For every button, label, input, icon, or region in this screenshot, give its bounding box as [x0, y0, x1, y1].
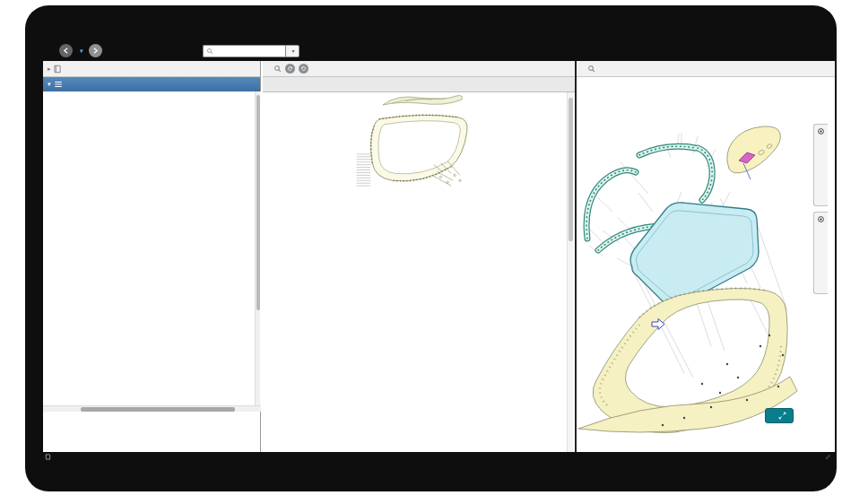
- copyright: [825, 454, 833, 460]
- aircraft-nose-inset: [727, 126, 781, 179]
- book-icon: [45, 454, 51, 460]
- search-scope-select[interactable]: ▾: [285, 45, 299, 57]
- attachments-side-tab[interactable]: [813, 212, 828, 294]
- toc-vscrollbar[interactable]: [255, 91, 260, 405]
- caret-right-icon[interactable]: ▸: [48, 65, 51, 73]
- graphic-viewport[interactable]: [577, 77, 835, 452]
- app-window: ▾ ▾ ▸: [43, 40, 835, 465]
- top-toolbar: ▾ ▾: [43, 40, 835, 61]
- windshield-diagram: [577, 77, 835, 452]
- graphic-panel: [577, 61, 835, 452]
- revision-status: [45, 454, 53, 460]
- visibility-icon: [817, 127, 825, 135]
- chevron-down-icon: ▾: [292, 48, 295, 54]
- annotations-side-tab[interactable]: [813, 124, 828, 206]
- search-input[interactable]: [215, 48, 282, 54]
- content-panel: [263, 61, 575, 452]
- book-icon: [53, 65, 62, 74]
- figure-caption-badge[interactable]: [765, 408, 794, 423]
- pencil-icon: [825, 454, 831, 460]
- expand-icon[interactable]: [778, 412, 786, 420]
- nav-back-button[interactable]: [59, 44, 73, 57]
- content-scrollbar[interactable]: [567, 92, 573, 452]
- content-header: [263, 61, 575, 77]
- library-header: ▸: [43, 61, 260, 77]
- content-tabs: [263, 77, 575, 92]
- search-field-wrap: [203, 45, 285, 57]
- graphic-header: [577, 61, 835, 77]
- panels: ▸ ▾: [43, 61, 835, 452]
- search-icon: [206, 48, 213, 55]
- status-bar: [43, 454, 835, 465]
- search-icon[interactable]: [587, 65, 595, 73]
- nav-forward-button[interactable]: [89, 44, 102, 57]
- caret-down-icon: ▾: [48, 81, 51, 88]
- figure-2-thumbnail[interactable]: [263, 110, 575, 191]
- document-search: ▾: [203, 45, 299, 57]
- toc-list-icon: [54, 80, 63, 89]
- library-panel: ▸ ▾: [43, 61, 261, 452]
- figure-1-thumbnail[interactable]: [263, 92, 575, 107]
- toc-header[interactable]: ▾: [43, 77, 260, 91]
- visibility-icon: [817, 215, 825, 223]
- toc-tree: [43, 91, 261, 405]
- chevron-down-icon: ▾: [80, 48, 83, 55]
- document-type-dropdown[interactable]: ▾: [78, 48, 83, 55]
- toc-hscrollbar[interactable]: [43, 405, 261, 412]
- search-icon[interactable]: [273, 65, 282, 73]
- screen: ▾ ▾ ▸: [0, 0, 842, 504]
- history-back-button[interactable]: [285, 64, 295, 74]
- history-forward-button[interactable]: [299, 64, 308, 74]
- content-body: [263, 92, 575, 452]
- library-accordions: [43, 412, 261, 452]
